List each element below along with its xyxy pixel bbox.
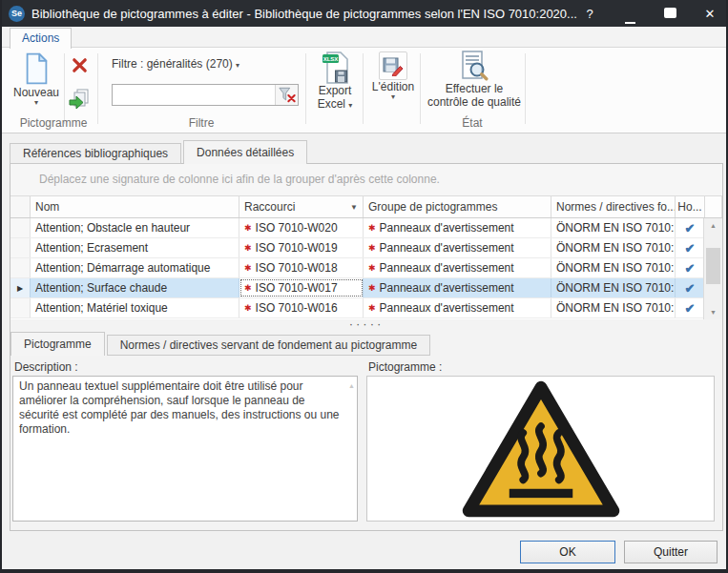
- hot-surface-warning-pictogram: [459, 378, 623, 521]
- delete-pictogram-button[interactable]: [68, 53, 91, 76]
- mandatory-asterisk-icon: ✱: [368, 283, 376, 293]
- cell-nom[interactable]: Attention; Démarrage automatique: [31, 258, 239, 277]
- table-row[interactable]: Attention; Démarrage automatique ✱ISO 70…: [10, 258, 722, 278]
- table-row[interactable]: Attention; Ecrasement ✱ISO 7010-W019 ✱Pa…: [10, 238, 722, 258]
- description-text: Un panneau textuel supplémentaire doit ê…: [19, 379, 340, 436]
- cell-nom[interactable]: Attention; Obstacle en hauteur: [31, 218, 239, 237]
- group-by-bar[interactable]: Déplacez une signature de colonne ici af…: [10, 164, 722, 196]
- replace-pictogram-button[interactable]: [68, 88, 91, 111]
- group-label-filtre: Filtre: [97, 116, 305, 130]
- cell-nom[interactable]: Attention; Ecrasement: [31, 238, 239, 257]
- current-row-arrow-icon: ▶: [17, 284, 23, 293]
- copy-replace-icon: [69, 89, 90, 110]
- export-excel-button[interactable]: XLSX Export Excel ▾: [309, 51, 361, 111]
- cell-nom[interactable]: Attention; Matériel toxique: [31, 298, 239, 317]
- mandatory-asterisk-icon: ✱: [244, 243, 252, 253]
- cell-groupe[interactable]: ✱Panneaux d'avertissement: [364, 298, 551, 317]
- new-pictogram-button[interactable]: Nouveau ▾: [10, 51, 63, 106]
- ribbon: Nouveau ▾ Pictogramme Filtre : généralit…: [2, 48, 726, 133]
- edition-button[interactable]: L'édition ▾: [366, 51, 420, 100]
- splitter-handle[interactable]: ·····: [10, 318, 722, 330]
- row-selector-cell[interactable]: [10, 238, 31, 257]
- quality-check-button[interactable]: Effectuer le contrôle de qualité: [424, 51, 525, 109]
- cell-groupe[interactable]: ✱Panneaux d'avertissement: [364, 218, 551, 237]
- ok-button[interactable]: OK: [520, 541, 615, 563]
- check-icon: ✔: [685, 301, 696, 316]
- titlebar: Se Bibliothèque de pictogrammes à éditer…: [0, 0, 728, 27]
- clear-filter-button[interactable]: [275, 85, 298, 105]
- table-vertical-scrollbar[interactable]: ▲ ▼: [703, 218, 722, 319]
- scroll-up-button[interactable]: ▲: [704, 218, 722, 233]
- filter-search-input[interactable]: [113, 85, 275, 105]
- filter-dropdown[interactable]: Filtre : généralités (270) ▾: [112, 57, 239, 71]
- maximize-icon: [664, 8, 676, 18]
- check-icon: ✔: [685, 281, 696, 296]
- cell-nom[interactable]: Attention; Surface chaude: [31, 278, 239, 297]
- app-icon: Se: [9, 6, 25, 22]
- scrollbar-thumb[interactable]: [706, 248, 720, 284]
- minimize-button[interactable]: [621, 7, 638, 21]
- close-button[interactable]: ✕: [701, 7, 718, 21]
- tab-donnees-detaillees[interactable]: Données détaillées: [183, 140, 307, 164]
- cell-normes[interactable]: ÖNORM EN ISO 7010:...: [551, 298, 676, 317]
- row-selector-cell[interactable]: ▶: [10, 278, 31, 297]
- column-header-normes[interactable]: Normes / directives fo...: [551, 196, 676, 217]
- cell-groupe[interactable]: ✱Panneaux d'avertissement: [364, 238, 551, 257]
- pictogram-table: Nom Raccourci▼ Groupe de pictogrammes No…: [10, 196, 722, 319]
- cell-normes[interactable]: ÖNORM EN ISO 7010:...: [551, 278, 676, 297]
- cell-raccourci-focused[interactable]: ✱ISO 7010-W017: [239, 278, 364, 297]
- export-label-line1: Export: [319, 84, 352, 97]
- tab-normes-directives[interactable]: Normes / directives servant de fondement…: [107, 335, 430, 356]
- cell-raccourci[interactable]: ✱ISO 7010-W016: [239, 298, 364, 317]
- cell-groupe[interactable]: ✱Panneaux d'avertissement: [364, 258, 551, 277]
- table-row-selected[interactable]: ▶ Attention; Surface chaude ✱ISO 7010-W0…: [10, 278, 722, 298]
- cell-raccourci[interactable]: ✱ISO 7010-W019: [239, 238, 364, 257]
- mandatory-asterisk-icon: ✱: [244, 263, 252, 273]
- row-selector-cell[interactable]: [10, 218, 31, 237]
- header-filler: [705, 196, 722, 217]
- cell-homologue[interactable]: ✔: [676, 298, 705, 317]
- row-selector-cell[interactable]: [10, 298, 31, 317]
- column-header-groupe[interactable]: Groupe de pictogrammes: [364, 196, 551, 217]
- cell-normes[interactable]: ÖNORM EN ISO 7010:...: [551, 238, 676, 257]
- cell-homologue[interactable]: ✔: [676, 258, 705, 277]
- pictogram-preview: [366, 376, 715, 522]
- cell-normes[interactable]: ÖNORM EN ISO 7010:...: [551, 258, 676, 277]
- mandatory-asterisk-icon: ✱: [368, 223, 376, 233]
- description-label: Description :: [14, 360, 78, 374]
- quit-button[interactable]: Quitter: [624, 541, 718, 563]
- column-header-homologue[interactable]: Ho...: [676, 196, 705, 217]
- table-row[interactable]: Attention; Matériel toxique ✱ISO 7010-W0…: [10, 298, 722, 318]
- scroll-down-button[interactable]: ▼: [704, 305, 722, 319]
- app-window: Se Bibliothèque de pictogrammes à éditer…: [0, 0, 728, 573]
- description-textarea[interactable]: Un panneau textuel supplémentaire doit ê…: [12, 376, 358, 522]
- cell-raccourci[interactable]: ✱ISO 7010-W020: [239, 218, 364, 237]
- cell-groupe[interactable]: ✱Panneaux d'avertissement: [364, 278, 551, 297]
- header-row-selector: [10, 196, 31, 217]
- maximize-button[interactable]: [661, 7, 678, 21]
- cell-homologue[interactable]: ✔: [676, 238, 705, 257]
- mandatory-asterisk-icon: ✱: [368, 303, 376, 313]
- edition-icon-frame: [379, 51, 407, 80]
- tab-references-bibliographiques[interactable]: Références bibliographiques: [10, 143, 181, 164]
- tab-pictogramme[interactable]: Pictogramme: [10, 332, 105, 356]
- chevron-down-icon: ▾: [236, 61, 239, 70]
- column-header-raccourci[interactable]: Raccourci▼: [239, 196, 364, 217]
- column-header-nom[interactable]: Nom: [31, 196, 239, 217]
- cell-normes[interactable]: ÖNORM EN ISO 7010:...: [551, 218, 676, 237]
- help-button[interactable]: ?: [581, 7, 598, 21]
- group-label-pictogramme: Pictogramme: [10, 116, 97, 130]
- close-icon: ✕: [705, 7, 716, 21]
- filter-arrow-icon[interactable]: ▼: [350, 203, 358, 212]
- cell-raccourci[interactable]: ✱ISO 7010-W018: [239, 258, 364, 277]
- ribbon-tab-actions[interactable]: Actions: [10, 28, 72, 49]
- row-selector-cell[interactable]: [10, 258, 31, 277]
- cell-homologue[interactable]: ✔: [676, 218, 705, 237]
- new-document-icon: [24, 51, 50, 86]
- table-row[interactable]: Attention; Obstacle en hauteur ✱ISO 7010…: [10, 218, 722, 238]
- export-label-line2: Excel ▾: [318, 97, 353, 111]
- ribbon-tab-strip: Actions: [2, 27, 726, 48]
- mandatory-asterisk-icon: ✱: [368, 243, 376, 253]
- excel-export-icon: XLSX: [322, 51, 348, 84]
- cell-homologue[interactable]: ✔: [676, 278, 705, 297]
